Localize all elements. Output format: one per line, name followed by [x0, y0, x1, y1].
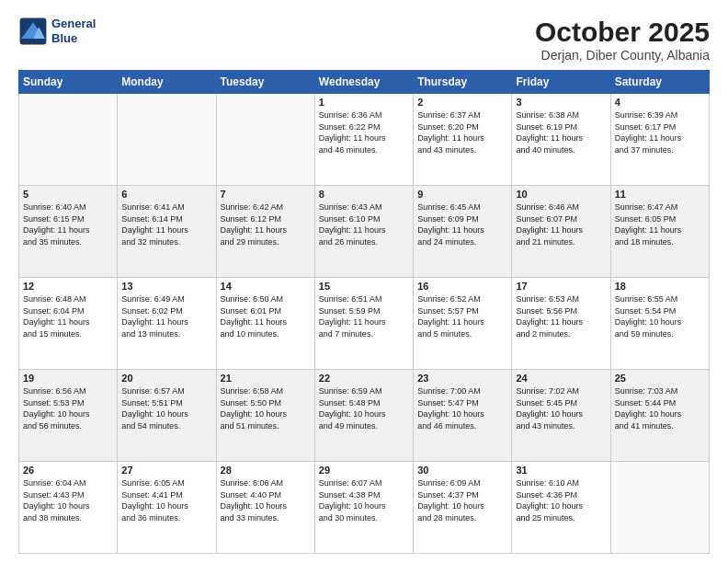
day-info: Sunrise: 6:51 AM Sunset: 5:59 PM Dayligh…: [319, 293, 409, 339]
day-info: Sunrise: 6:06 AM Sunset: 4:40 PM Dayligh…: [221, 477, 311, 523]
day-info: Sunrise: 6:38 AM Sunset: 6:19 PM Dayligh…: [516, 109, 606, 155]
calendar-cell: [19, 94, 118, 186]
day-number: 18: [615, 281, 705, 292]
day-number: 11: [615, 189, 705, 200]
day-info: Sunrise: 6:50 AM Sunset: 6:01 PM Dayligh…: [221, 293, 311, 339]
day-info: Sunrise: 6:07 AM Sunset: 4:38 PM Dayligh…: [319, 477, 409, 523]
calendar-cell: 9Sunrise: 6:45 AM Sunset: 6:09 PM Daylig…: [414, 186, 512, 278]
calendar-cell: 14Sunrise: 6:50 AM Sunset: 6:01 PM Dayli…: [216, 278, 314, 370]
location-title: Derjan, Diber County, Albania: [535, 48, 710, 63]
weekday-header-friday: Friday: [512, 71, 610, 94]
calendar-cell: 26Sunrise: 6:04 AM Sunset: 4:43 PM Dayli…: [19, 462, 118, 554]
calendar-cell: 28Sunrise: 6:06 AM Sunset: 4:40 PM Dayli…: [216, 462, 314, 554]
day-number: 31: [516, 465, 606, 476]
day-number: 29: [319, 465, 409, 476]
calendar-cell: 30Sunrise: 6:09 AM Sunset: 4:37 PM Dayli…: [414, 462, 512, 554]
day-info: Sunrise: 6:05 AM Sunset: 4:41 PM Dayligh…: [121, 477, 211, 523]
calendar-cell: 3Sunrise: 6:38 AM Sunset: 6:19 PM Daylig…: [512, 94, 610, 186]
day-number: 2: [417, 97, 507, 108]
day-info: Sunrise: 6:53 AM Sunset: 5:56 PM Dayligh…: [516, 293, 606, 339]
calendar-week-row: 12Sunrise: 6:48 AM Sunset: 6:04 PM Dayli…: [19, 278, 710, 370]
day-info: Sunrise: 6:56 AM Sunset: 5:53 PM Dayligh…: [23, 385, 113, 431]
day-number: 10: [516, 189, 606, 200]
day-number: 16: [417, 281, 507, 292]
calendar-week-row: 26Sunrise: 6:04 AM Sunset: 4:43 PM Dayli…: [19, 462, 710, 554]
calendar-body: 1Sunrise: 6:36 AM Sunset: 6:22 PM Daylig…: [19, 94, 710, 554]
header: General Blue October 2025 Derjan, Diber …: [18, 17, 710, 63]
day-info: Sunrise: 7:00 AM Sunset: 5:47 PM Dayligh…: [417, 385, 507, 431]
day-info: Sunrise: 6:55 AM Sunset: 5:54 PM Dayligh…: [615, 293, 705, 339]
weekday-header-sunday: Sunday: [19, 71, 118, 94]
day-info: Sunrise: 7:03 AM Sunset: 5:44 PM Dayligh…: [615, 385, 705, 431]
weekday-header-thursday: Thursday: [414, 71, 512, 94]
logo-text: General Blue: [51, 17, 96, 45]
calendar-cell: 6Sunrise: 6:41 AM Sunset: 6:14 PM Daylig…: [118, 186, 216, 278]
day-info: Sunrise: 6:57 AM Sunset: 5:51 PM Dayligh…: [121, 385, 211, 431]
calendar-cell: 21Sunrise: 6:58 AM Sunset: 5:50 PM Dayli…: [216, 370, 314, 462]
calendar-cell: 20Sunrise: 6:57 AM Sunset: 5:51 PM Dayli…: [118, 370, 216, 462]
day-info: Sunrise: 6:46 AM Sunset: 6:07 PM Dayligh…: [516, 201, 606, 247]
day-number: 17: [516, 281, 606, 292]
calendar-cell: 22Sunrise: 6:59 AM Sunset: 5:48 PM Dayli…: [314, 370, 413, 462]
day-number: 4: [615, 97, 705, 108]
calendar-cell: 7Sunrise: 6:42 AM Sunset: 6:12 PM Daylig…: [216, 186, 314, 278]
day-number: 20: [121, 373, 211, 384]
calendar-week-row: 19Sunrise: 6:56 AM Sunset: 5:53 PM Dayli…: [19, 370, 710, 462]
day-info: Sunrise: 6:52 AM Sunset: 5:57 PM Dayligh…: [417, 293, 507, 339]
weekday-header-monday: Monday: [118, 71, 216, 94]
day-info: Sunrise: 6:47 AM Sunset: 6:05 PM Dayligh…: [615, 201, 705, 247]
logo: General Blue: [18, 17, 96, 46]
day-info: Sunrise: 6:37 AM Sunset: 6:20 PM Dayligh…: [417, 109, 507, 155]
calendar-cell: 18Sunrise: 6:55 AM Sunset: 5:54 PM Dayli…: [610, 278, 709, 370]
calendar-cell: 17Sunrise: 6:53 AM Sunset: 5:56 PM Dayli…: [512, 278, 610, 370]
title-block: October 2025 Derjan, Diber County, Alban…: [535, 17, 710, 63]
day-info: Sunrise: 6:10 AM Sunset: 4:36 PM Dayligh…: [516, 477, 606, 523]
day-info: Sunrise: 6:42 AM Sunset: 6:12 PM Dayligh…: [221, 201, 311, 247]
day-number: 3: [516, 97, 606, 108]
day-number: 15: [319, 281, 409, 292]
calendar-cell: 31Sunrise: 6:10 AM Sunset: 4:36 PM Dayli…: [512, 462, 610, 554]
month-title: October 2025: [535, 17, 710, 48]
day-number: 19: [23, 373, 113, 384]
calendar-cell: 8Sunrise: 6:43 AM Sunset: 6:10 PM Daylig…: [314, 186, 413, 278]
day-number: 9: [417, 189, 507, 200]
day-info: Sunrise: 6:45 AM Sunset: 6:09 PM Dayligh…: [417, 201, 507, 247]
day-number: 1: [319, 97, 409, 108]
calendar-cell: 5Sunrise: 6:40 AM Sunset: 6:15 PM Daylig…: [19, 186, 118, 278]
day-info: Sunrise: 6:48 AM Sunset: 6:04 PM Dayligh…: [23, 293, 113, 339]
calendar-cell: 29Sunrise: 6:07 AM Sunset: 4:38 PM Dayli…: [314, 462, 413, 554]
calendar-cell: 4Sunrise: 6:39 AM Sunset: 6:17 PM Daylig…: [610, 94, 709, 186]
day-info: Sunrise: 6:41 AM Sunset: 6:14 PM Dayligh…: [121, 201, 211, 247]
day-info: Sunrise: 6:58 AM Sunset: 5:50 PM Dayligh…: [221, 385, 311, 431]
day-info: Sunrise: 6:43 AM Sunset: 6:10 PM Dayligh…: [319, 201, 409, 247]
calendar-cell: 27Sunrise: 6:05 AM Sunset: 4:41 PM Dayli…: [118, 462, 216, 554]
weekday-header-row: SundayMondayTuesdayWednesdayThursdayFrid…: [19, 71, 710, 94]
day-info: Sunrise: 6:40 AM Sunset: 6:15 PM Dayligh…: [23, 201, 113, 247]
calendar-cell: [216, 94, 314, 186]
calendar-table: SundayMondayTuesdayWednesdayThursdayFrid…: [18, 70, 710, 554]
day-number: 12: [23, 281, 113, 292]
calendar-cell: 2Sunrise: 6:37 AM Sunset: 6:20 PM Daylig…: [414, 94, 512, 186]
calendar-week-row: 5Sunrise: 6:40 AM Sunset: 6:15 PM Daylig…: [19, 186, 710, 278]
day-info: Sunrise: 6:04 AM Sunset: 4:43 PM Dayligh…: [23, 477, 113, 523]
day-number: 7: [221, 189, 311, 200]
day-number: 30: [417, 465, 507, 476]
day-number: 21: [221, 373, 311, 384]
day-info: Sunrise: 6:49 AM Sunset: 6:02 PM Dayligh…: [121, 293, 211, 339]
calendar-cell: 16Sunrise: 6:52 AM Sunset: 5:57 PM Dayli…: [414, 278, 512, 370]
calendar-cell: 11Sunrise: 6:47 AM Sunset: 6:05 PM Dayli…: [610, 186, 709, 278]
day-info: Sunrise: 6:59 AM Sunset: 5:48 PM Dayligh…: [319, 385, 409, 431]
page: General Blue October 2025 Derjan, Diber …: [0, 0, 728, 563]
weekday-header-tuesday: Tuesday: [216, 71, 314, 94]
day-number: 22: [319, 373, 409, 384]
day-info: Sunrise: 6:36 AM Sunset: 6:22 PM Dayligh…: [319, 109, 409, 155]
day-number: 14: [221, 281, 311, 292]
day-number: 5: [23, 189, 113, 200]
calendar-cell: 23Sunrise: 7:00 AM Sunset: 5:47 PM Dayli…: [414, 370, 512, 462]
calendar-cell: 1Sunrise: 6:36 AM Sunset: 6:22 PM Daylig…: [314, 94, 413, 186]
calendar-cell: 24Sunrise: 7:02 AM Sunset: 5:45 PM Dayli…: [512, 370, 610, 462]
calendar-cell: [118, 94, 216, 186]
calendar-cell: [610, 462, 709, 554]
calendar-cell: 12Sunrise: 6:48 AM Sunset: 6:04 PM Dayli…: [19, 278, 118, 370]
calendar-cell: 10Sunrise: 6:46 AM Sunset: 6:07 PM Dayli…: [512, 186, 610, 278]
